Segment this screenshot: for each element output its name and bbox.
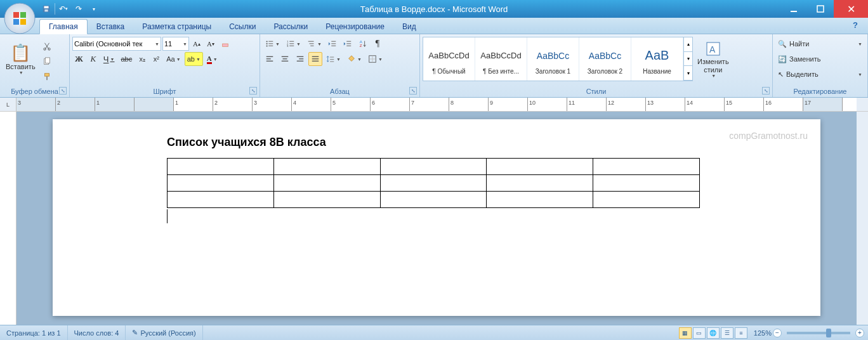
style-heading1[interactable]: AaBbCcЗаголовок 1 bbox=[527, 37, 579, 81]
change-styles-button[interactable]: A Изменить стили ▼ bbox=[694, 37, 732, 81]
find-button[interactable]: 🔍Найти▼ bbox=[775, 37, 865, 51]
document-heading[interactable]: Список учащихся 8В класса bbox=[167, 136, 700, 149]
svg-rect-51 bbox=[330, 62, 334, 62]
status-word-count[interactable]: Число слов: 4 bbox=[68, 325, 126, 340]
vertical-scrollbar[interactable] bbox=[857, 112, 868, 325]
gallery-up-icon[interactable]: ▴ bbox=[684, 37, 692, 52]
shrink-font-button[interactable]: A▾ bbox=[204, 37, 217, 51]
highlight-button[interactable]: ab▼ bbox=[185, 52, 203, 66]
style-heading2[interactable]: AaBbCcЗаголовок 2 bbox=[579, 37, 631, 81]
cut-button[interactable] bbox=[40, 39, 54, 53]
align-center-button[interactable] bbox=[278, 52, 292, 66]
redo-icon[interactable]: ↷ bbox=[72, 2, 86, 16]
paste-button[interactable]: Вставить ▼ bbox=[3, 37, 39, 81]
svg-rect-48 bbox=[312, 61, 319, 62]
zoom-level[interactable]: 125% bbox=[754, 329, 772, 337]
align-left-button[interactable] bbox=[263, 52, 277, 66]
svg-rect-5 bbox=[791, 11, 797, 12]
page-area[interactable]: compGramotnost.ru Список учащихся 8В кла… bbox=[16, 112, 857, 325]
qat-customize-icon[interactable]: ▾ bbox=[87, 2, 101, 16]
replace-button[interactable]: 🔄Заменить bbox=[775, 52, 865, 66]
increase-indent-button[interactable] bbox=[341, 37, 355, 51]
tab-page-layout[interactable]: Разметка страницы bbox=[133, 20, 220, 34]
format-painter-button[interactable] bbox=[40, 70, 54, 84]
style-title[interactable]: AaBНазвание bbox=[631, 37, 683, 81]
italic-button[interactable]: К bbox=[87, 52, 100, 66]
svg-point-7 bbox=[43, 48, 46, 51]
status-page[interactable]: Страница: 1 из 1 bbox=[0, 325, 68, 340]
vertical-ruler[interactable] bbox=[0, 112, 16, 325]
line-spacing-button[interactable]: ▼ bbox=[324, 52, 343, 66]
tab-selector[interactable]: L bbox=[0, 98, 16, 111]
text-cursor bbox=[167, 209, 168, 223]
group-styles: AaBbCcDd¶ Обычный AaBbCcDd¶ Без инте... … bbox=[420, 34, 773, 97]
office-button[interactable] bbox=[3, 1, 37, 36]
tab-review[interactable]: Рецензирование bbox=[317, 20, 393, 34]
svg-rect-50 bbox=[330, 59, 334, 60]
minimize-button[interactable] bbox=[780, 0, 807, 18]
zoom-in-button[interactable]: + bbox=[855, 329, 864, 337]
superscript-button[interactable]: x² bbox=[150, 52, 162, 66]
svg-point-8 bbox=[48, 48, 50, 51]
styles-launcher[interactable]: ⤡ bbox=[762, 87, 770, 95]
horizontal-ruler[interactable]: 3211234567891011121314151617 bbox=[16, 98, 857, 111]
status-language[interactable]: ✎Русский (Россия) bbox=[126, 325, 202, 340]
font-name-combo[interactable]: Calibri (Основной тек▼ bbox=[72, 37, 161, 51]
view-draft[interactable]: ≡ bbox=[735, 327, 747, 339]
svg-rect-21 bbox=[289, 41, 294, 42]
undo-icon[interactable]: ↶▾ bbox=[56, 2, 70, 16]
select-button[interactable]: ↖Выделить▼ bbox=[775, 67, 865, 81]
show-marks-button[interactable]: ¶ bbox=[371, 37, 384, 51]
shading-button[interactable]: ▼ bbox=[345, 52, 364, 66]
underline-button[interactable]: Ч▼ bbox=[101, 52, 117, 66]
document-table[interactable] bbox=[167, 158, 700, 208]
gallery-more-icon[interactable]: ▾ bbox=[684, 66, 692, 81]
view-full-screen[interactable]: ▭ bbox=[693, 327, 706, 339]
qat-separator bbox=[55, 3, 55, 15]
align-right-button[interactable] bbox=[293, 52, 307, 66]
subscript-button[interactable]: x₂ bbox=[136, 52, 148, 66]
numbering-button[interactable]: 123▼ bbox=[284, 37, 303, 51]
strikethrough-button[interactable]: abc bbox=[118, 52, 135, 66]
clear-formatting-button[interactable] bbox=[218, 37, 232, 51]
help-icon[interactable]: ? bbox=[853, 20, 863, 30]
font-size-combo[interactable]: 11▼ bbox=[162, 37, 189, 51]
ruler-toggle[interactable] bbox=[857, 98, 868, 111]
gallery-down-icon[interactable]: ▾ bbox=[684, 52, 692, 67]
view-print-layout[interactable]: ▦ bbox=[679, 327, 692, 339]
style-no-spacing[interactable]: AaBbCcDd¶ Без инте... bbox=[475, 37, 527, 81]
view-web-layout[interactable]: 🌐 bbox=[707, 327, 720, 339]
bold-button[interactable]: Ж bbox=[72, 52, 86, 66]
grow-font-button[interactable]: A▴ bbox=[190, 37, 203, 51]
change-case-button[interactable]: Aa▼ bbox=[164, 52, 183, 66]
justify-button[interactable] bbox=[308, 52, 322, 66]
svg-rect-47 bbox=[312, 58, 319, 59]
font-launcher[interactable]: ⤡ bbox=[249, 87, 257, 95]
borders-button[interactable]: ▼ bbox=[365, 52, 385, 66]
tab-references[interactable]: Ссылки bbox=[220, 20, 265, 34]
bullets-button[interactable]: ▼ bbox=[263, 37, 282, 51]
style-normal[interactable]: AaBbCcDd¶ Обычный bbox=[423, 37, 475, 81]
maximize-button[interactable] bbox=[807, 0, 834, 18]
paragraph-launcher[interactable]: ⤡ bbox=[409, 87, 417, 95]
sort-button[interactable]: AZ bbox=[356, 37, 370, 51]
group-paragraph: ▼ 123▼ ▼ AZ ¶ ▼ ▼ ▼ Абзац⤡ bbox=[260, 34, 420, 97]
view-outline[interactable]: ☰ bbox=[721, 327, 733, 339]
tab-view[interactable]: Вид bbox=[393, 20, 425, 34]
tab-insert[interactable]: Вставка bbox=[88, 20, 134, 34]
font-color-button[interactable]: A▼ bbox=[204, 52, 220, 66]
tab-home[interactable]: Главная bbox=[39, 19, 88, 34]
zoom-slider[interactable] bbox=[787, 332, 850, 334]
close-button[interactable]: ✕ bbox=[834, 0, 868, 18]
zoom-thumb[interactable] bbox=[826, 329, 831, 337]
tab-mailings[interactable]: Рассылки bbox=[265, 20, 317, 34]
gallery-scroll: ▴ ▾ ▾ bbox=[683, 37, 692, 81]
save-icon[interactable] bbox=[39, 2, 53, 16]
zoom-out-button[interactable]: − bbox=[773, 329, 782, 337]
copy-button[interactable] bbox=[40, 55, 54, 69]
multilevel-list-button[interactable]: ▼ bbox=[305, 37, 324, 51]
decrease-indent-button[interactable] bbox=[326, 37, 339, 51]
clipboard-launcher[interactable]: ⤡ bbox=[59, 87, 67, 95]
group-paragraph-label: Абзац bbox=[330, 88, 350, 95]
svg-rect-17 bbox=[268, 43, 273, 44]
